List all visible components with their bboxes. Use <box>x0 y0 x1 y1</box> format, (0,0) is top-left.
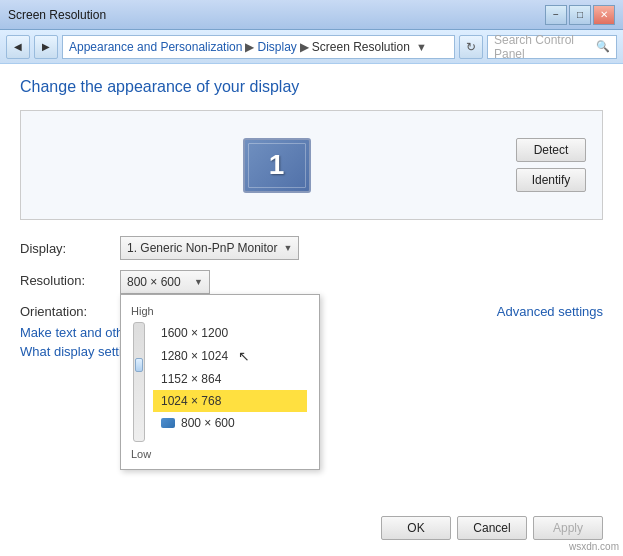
resolution-item-1280[interactable]: 1280 × 1024 ↖ <box>153 344 307 368</box>
breadcrumb-part2[interactable]: Display <box>257 40 296 54</box>
breadcrumb: Appearance and Personalization ▶ Display… <box>62 35 455 59</box>
slider-track-area: 1600 × 1200 1280 × 1024 ↖ 1152 × 864 102… <box>121 322 319 442</box>
monitor-buttons: Detect Identify <box>516 138 586 192</box>
window-title: Screen Resolution <box>8 8 106 22</box>
resolution-item-1600[interactable]: 1600 × 1200 <box>153 322 307 344</box>
apply-button[interactable]: Apply <box>533 516 603 540</box>
search-box[interactable]: Search Control Panel 🔍 <box>487 35 617 59</box>
low-label: Low <box>131 448 151 460</box>
orientation-label: Orientation: <box>20 304 120 319</box>
cursor-icon: ↖ <box>238 348 250 364</box>
display-control: 1. Generic Non-PnP Monitor ▼ <box>120 236 299 260</box>
resolution-dropdown-container: 800 × 600 ▼ High 1600 × 1200 <box>120 270 210 294</box>
breadcrumb-sep1: ▶ <box>245 40 254 54</box>
resolution-select[interactable]: 800 × 600 ▼ <box>120 270 210 294</box>
page-title: Change the appearance of your display <box>20 78 603 96</box>
display-select[interactable]: 1. Generic Non-PnP Monitor ▼ <box>120 236 299 260</box>
resolution-value: 800 × 600 <box>127 275 181 289</box>
breadcrumb-sep2: ▶ <box>300 40 309 54</box>
resolution-dropdown-panel: High 1600 × 1200 1280 × 1024 ↖ <box>120 294 320 470</box>
refresh-button[interactable]: ↻ <box>459 35 483 59</box>
title-bar: Screen Resolution − □ ✕ <box>0 0 623 30</box>
monitor-display: 1 <box>37 138 516 193</box>
forward-button[interactable]: ▶ <box>34 35 58 59</box>
display-dropdown-arrow: ▼ <box>284 243 293 253</box>
back-button[interactable]: ◀ <box>6 35 30 59</box>
breadcrumb-dropdown-arrow[interactable]: ▼ <box>416 41 427 53</box>
identify-button[interactable]: Identify <box>516 168 586 192</box>
resolution-item-1152[interactable]: 1152 × 864 <box>153 368 307 390</box>
maximize-button[interactable]: □ <box>569 5 591 25</box>
close-button[interactable]: ✕ <box>593 5 615 25</box>
current-resolution-indicator <box>161 418 175 428</box>
display-row: Display: 1. Generic Non-PnP Monitor ▼ <box>20 236 603 260</box>
address-bar: ◀ ▶ Appearance and Personalization ▶ Dis… <box>0 30 623 64</box>
slider-thumb[interactable] <box>135 358 143 372</box>
resolution-list: 1600 × 1200 1280 × 1024 ↖ 1152 × 864 102… <box>153 322 307 442</box>
monitor-icon: 1 <box>243 138 311 193</box>
search-placeholder: Search Control Panel <box>494 33 596 61</box>
resolution-item-800[interactable]: 800 × 600 <box>153 412 307 434</box>
main-content: Change the appearance of your display 1 … <box>0 64 623 556</box>
advanced-settings-link[interactable]: Advanced settings <box>497 304 603 319</box>
watermark: wsxdn.com <box>569 541 619 552</box>
breadcrumb-current: Screen Resolution <box>312 40 410 54</box>
monitor-number: 1 <box>269 149 285 181</box>
detect-button[interactable]: Detect <box>516 138 586 162</box>
display-label: Display: <box>20 241 120 256</box>
breadcrumb-part1[interactable]: Appearance and Personalization <box>69 40 242 54</box>
minimize-button[interactable]: − <box>545 5 567 25</box>
slider-track[interactable] <box>133 322 145 442</box>
cancel-button[interactable]: Cancel <box>457 516 527 540</box>
high-label: High <box>131 305 154 317</box>
slider-column <box>133 322 145 442</box>
resolution-dropdown-arrow: ▼ <box>194 277 203 287</box>
search-icon: 🔍 <box>596 40 610 53</box>
resolution-item-1024[interactable]: 1024 × 768 <box>153 390 307 412</box>
ok-button[interactable]: OK <box>381 516 451 540</box>
resolution-row: Resolution: 800 × 600 ▼ High <box>20 270 603 294</box>
bottom-buttons: OK Cancel Apply <box>381 516 603 540</box>
monitor-area: 1 Detect Identify <box>20 110 603 220</box>
display-value: 1. Generic Non-PnP Monitor <box>127 241 278 255</box>
resolution-label: Resolution: <box>20 270 120 288</box>
window-controls: − □ ✕ <box>545 5 615 25</box>
